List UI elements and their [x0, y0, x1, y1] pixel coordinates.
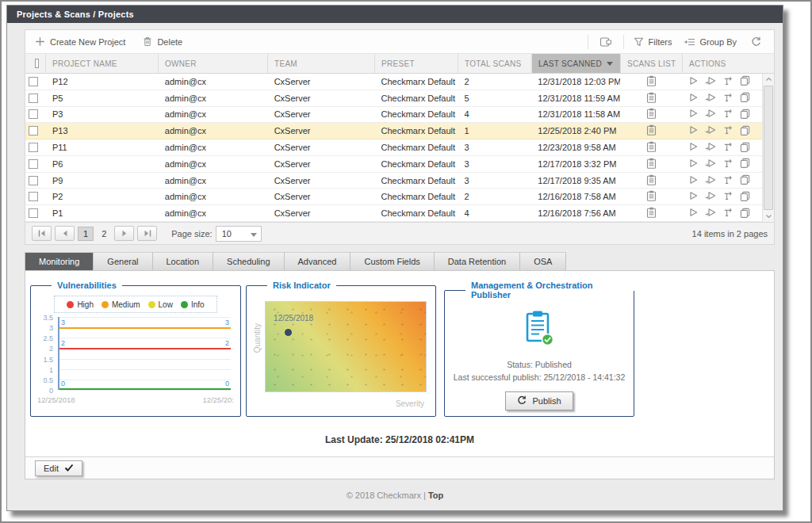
tab-data-retention[interactable]: Data Retention: [435, 252, 520, 270]
column-header-actions[interactable]: ACTIONS: [683, 54, 763, 73]
tab-osa[interactable]: OSA: [520, 252, 566, 270]
table-row[interactable]: P11admin@cxCxServerCheckmarx Default312/…: [25, 139, 762, 156]
table-row[interactable]: P2admin@cxCxServerCheckmarx Default212/1…: [25, 189, 762, 205]
column-header-total-scans[interactable]: TOTAL SCANS: [458, 54, 532, 73]
scans-list-icon[interactable]: [646, 174, 657, 187]
page-number-2[interactable]: 2: [97, 227, 111, 240]
create-new-project-button[interactable]: Create New Project: [33, 36, 135, 47]
branch-project-icon[interactable]: [723, 175, 733, 186]
run-scan-icon[interactable]: [688, 191, 699, 202]
delete-button[interactable]: Delete: [141, 36, 192, 47]
create-scan-icon[interactable]: [705, 158, 717, 170]
row-checkbox[interactable]: [29, 77, 38, 86]
page-size-select[interactable]: 10: [216, 226, 262, 242]
tab-general[interactable]: General: [94, 252, 152, 270]
scans-list-icon[interactable]: [646, 141, 657, 154]
table-row[interactable]: P6admin@cxCxServerCheckmarx Default312/1…: [25, 156, 762, 173]
row-checkbox[interactable]: [29, 192, 38, 201]
branch-project-icon[interactable]: [723, 93, 733, 104]
table-row[interactable]: P3admin@cxCxServerCheckmarx Default412/3…: [25, 107, 762, 124]
run-scan-icon[interactable]: [688, 109, 699, 120]
branch-project-icon[interactable]: [723, 208, 733, 219]
branch-project-icon[interactable]: [723, 142, 733, 153]
scroll-down-icon[interactable]: [763, 211, 774, 222]
table-row[interactable]: P12admin@cxCxServerCheckmarx Default212/…: [25, 74, 762, 90]
table-row[interactable]: P5admin@cxCxServerCheckmarx Default512/3…: [25, 90, 762, 107]
first-page-button[interactable]: [32, 226, 52, 241]
next-page-button[interactable]: [114, 226, 134, 241]
column-header-owner[interactable]: OWNER: [159, 54, 268, 73]
duplicate-project-icon[interactable]: [740, 174, 750, 186]
create-scan-icon[interactable]: [705, 76, 717, 87]
run-scan-icon[interactable]: [688, 125, 699, 136]
row-checkbox[interactable]: [29, 94, 38, 103]
branch-project-icon[interactable]: [723, 191, 733, 202]
create-scan-icon[interactable]: [705, 109, 717, 120]
select-all-checkbox[interactable]: [35, 59, 39, 68]
row-checkbox[interactable]: [29, 109, 38, 119]
scans-list-icon[interactable]: [646, 108, 657, 120]
table-row[interactable]: P13admin@cxCxServerCheckmarx Default112/…: [25, 123, 762, 139]
create-scan-icon[interactable]: [705, 93, 717, 104]
tab-custom-fields[interactable]: Custom Fields: [350, 252, 434, 270]
row-checkbox[interactable]: [29, 159, 38, 169]
row-checkbox[interactable]: [29, 176, 38, 185]
row-checkbox[interactable]: [29, 143, 38, 152]
duplicate-project-icon[interactable]: [740, 191, 750, 203]
row-checkbox[interactable]: [29, 208, 38, 218]
vertical-scrollbar[interactable]: [762, 74, 774, 222]
run-scan-icon[interactable]: [688, 175, 699, 186]
run-scan-icon[interactable]: [688, 158, 699, 170]
tab-monitoring[interactable]: Monitoring: [25, 252, 94, 270]
table-row[interactable]: P1admin@cxCxServerCheckmarx Default412/1…: [25, 205, 762, 222]
tab-location[interactable]: Location: [153, 252, 214, 270]
column-header-preset[interactable]: PRESET: [375, 54, 458, 73]
last-page-button[interactable]: [137, 226, 157, 241]
prev-page-button[interactable]: [55, 226, 75, 241]
duplicate-project-icon[interactable]: [740, 75, 750, 87]
branch-project-icon[interactable]: [723, 76, 733, 87]
tab-scheduling[interactable]: Scheduling: [213, 252, 284, 270]
branch-project-icon[interactable]: [723, 109, 733, 120]
publish-button[interactable]: Publish: [505, 391, 573, 410]
branch-project-icon[interactable]: [723, 125, 733, 136]
scans-list-icon[interactable]: [646, 190, 657, 203]
scrollbar-thumb[interactable]: [764, 86, 773, 210]
column-header-last-scanned[interactable]: LAST SCANNED: [532, 54, 621, 73]
duplicate-project-icon[interactable]: [740, 158, 750, 170]
column-header-project-name[interactable]: PROJECT NAME: [46, 54, 159, 73]
scans-list-icon[interactable]: [646, 124, 657, 137]
create-scan-icon[interactable]: [705, 142, 717, 153]
run-scan-icon[interactable]: [688, 142, 699, 153]
create-scan-icon[interactable]: [705, 191, 717, 202]
duplicate-project-icon[interactable]: [740, 109, 750, 120]
run-scan-icon[interactable]: [688, 93, 699, 104]
duplicate-project-icon[interactable]: [740, 142, 750, 154]
row-checkbox[interactable]: [29, 126, 38, 136]
create-scan-icon[interactable]: [705, 208, 717, 219]
run-scan-icon[interactable]: [688, 76, 699, 87]
column-chooser-icon[interactable]: [596, 36, 615, 48]
scans-list-icon[interactable]: [646, 158, 657, 170]
table-row[interactable]: P9admin@cxCxServerCheckmarx Default312/1…: [25, 173, 762, 189]
refresh-icon[interactable]: [746, 36, 766, 47]
scans-list-icon[interactable]: [646, 92, 657, 105]
scans-list-icon[interactable]: [646, 75, 657, 88]
edit-button[interactable]: Edit: [35, 460, 82, 476]
column-header-team[interactable]: TEAM: [268, 54, 375, 73]
top-link[interactable]: Top: [428, 491, 443, 500]
scans-list-icon[interactable]: [646, 207, 657, 220]
run-scan-icon[interactable]: [688, 208, 699, 219]
duplicate-project-icon[interactable]: [740, 92, 750, 104]
tab-advanced[interactable]: Advanced: [285, 252, 351, 270]
group-by-button[interactable]: Group By: [682, 37, 746, 47]
branch-project-icon[interactable]: [723, 158, 733, 170]
duplicate-project-icon[interactable]: [740, 125, 750, 137]
duplicate-project-icon[interactable]: [740, 208, 750, 220]
scroll-up-icon[interactable]: [763, 74, 774, 85]
page-number-1[interactable]: 1: [78, 227, 94, 241]
filters-button[interactable]: Filters: [632, 37, 682, 47]
create-scan-icon[interactable]: [705, 175, 717, 186]
column-header-scans-list[interactable]: SCANS LIST: [621, 54, 683, 73]
create-scan-icon[interactable]: [705, 125, 717, 136]
